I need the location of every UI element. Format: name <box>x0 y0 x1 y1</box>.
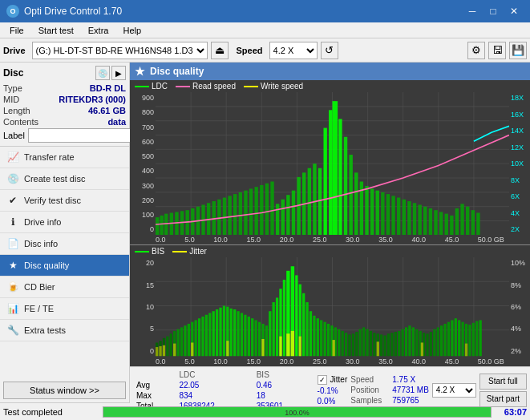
sidebar-item-drive-info[interactable]: ℹ Drive info <box>0 212 129 233</box>
verify-test-disc-icon: ✔ <box>6 194 19 207</box>
contents-value: data <box>107 117 126 127</box>
svg-rect-31 <box>223 198 226 236</box>
start-part-button[interactable]: Start part <box>479 391 527 407</box>
close-button[interactable]: ✕ <box>504 3 524 19</box>
svg-rect-43 <box>286 195 289 235</box>
svg-rect-189 <box>226 341 229 357</box>
sidebar-item-cd-bier[interactable]: 🍺 CD Bier <box>0 277 129 298</box>
svg-rect-78 <box>471 210 475 235</box>
sidebar-item-extra-tests[interactable]: 🔧 Extra tests <box>0 320 129 341</box>
svg-rect-71 <box>434 210 437 235</box>
svg-rect-158 <box>390 333 393 357</box>
disc-quality-icon: ★ <box>6 259 19 272</box>
svg-rect-177 <box>458 321 460 357</box>
maximize-button[interactable]: □ <box>483 3 503 19</box>
sidebar-item-verify-test-disc[interactable]: ✔ Verify test disc <box>0 190 129 212</box>
svg-rect-123 <box>265 326 268 357</box>
jitter-avg-row: -0.1% <box>318 386 348 395</box>
speed-position-section: Speed 1.75 X Position 47731 MB Samples 7… <box>350 370 429 411</box>
svg-rect-56 <box>354 172 358 235</box>
avg-ldc: 22.05 <box>176 380 253 390</box>
position-row: Position 47731 MB <box>350 386 429 394</box>
svg-rect-153 <box>373 333 375 357</box>
type-label: Type <box>3 83 22 93</box>
refresh-button[interactable]: ↺ <box>321 42 338 59</box>
svg-rect-73 <box>445 214 448 236</box>
svg-rect-74 <box>450 216 453 236</box>
bottom-chart-wrapper: 20 15 10 5 0 <box>130 257 530 356</box>
svg-rect-33 <box>233 194 237 235</box>
save-button[interactable]: 💾 <box>509 42 527 59</box>
svg-rect-111 <box>223 306 225 357</box>
svg-rect-109 <box>216 309 218 356</box>
eject-button[interactable]: ⏏ <box>211 42 229 59</box>
progress-text: 100.0% <box>103 407 491 418</box>
svg-rect-105 <box>201 317 204 356</box>
main-layout: Disc 💿 ▶ Type BD-R DL MID RITEKDR3 (000)… <box>0 63 530 402</box>
write-speed-legend-color <box>244 86 258 87</box>
svg-rect-119 <box>251 319 253 357</box>
drive-select[interactable]: (G:) HL-DT-ST BD-RE WH16NS48 1.D3 <box>32 42 208 59</box>
sidebar-item-transfer-rate[interactable]: 📈 Transfer rate <box>0 147 129 168</box>
top-y-axis: 900 800 700 600 500 400 300 200 100 0 <box>130 92 156 235</box>
bis-legend-label: BIS <box>152 247 164 256</box>
top-y-axis-right: 18X 16X 14X 12X 10X 8X 6X 4X 2X <box>509 92 530 235</box>
svg-rect-99 <box>180 328 183 357</box>
stats-max-row: Max 834 18 <box>133 390 314 401</box>
menu-help[interactable]: Help <box>116 24 148 37</box>
position-label: Position <box>350 386 389 394</box>
label-text: Label <box>3 131 25 140</box>
svg-rect-173 <box>443 324 446 356</box>
jitter-label: Jitter <box>330 375 348 384</box>
title-bar-left: O Opti Drive Control 1.70 <box>6 5 122 18</box>
sidebar-item-create-test-disc[interactable]: 💿 Create test disc <box>0 168 129 190</box>
sidebar-item-disc-info[interactable]: 📄 Disc info <box>0 233 129 255</box>
ldc-legend-label: LDC <box>152 82 168 91</box>
svg-rect-182 <box>475 321 478 357</box>
read-speed-legend-label: Read speed <box>192 82 236 91</box>
sidebar-label-disc-info: Disc info <box>24 239 58 248</box>
svg-rect-174 <box>447 322 450 357</box>
svg-rect-169 <box>430 332 432 356</box>
jitter-max: 0.0% <box>318 397 336 406</box>
action-speed-container: 4.2 X <box>432 370 476 411</box>
svg-rect-42 <box>281 200 285 236</box>
svg-rect-44 <box>292 191 295 236</box>
burn-button[interactable]: 🖫 <box>488 42 506 59</box>
ldc-legend-color <box>135 86 149 87</box>
minimize-button[interactable]: ─ <box>463 3 482 19</box>
svg-rect-186 <box>163 345 165 356</box>
menu-file[interactable]: File <box>3 24 30 37</box>
svg-rect-168 <box>426 334 428 357</box>
start-full-button[interactable]: Start full <box>479 374 527 390</box>
menu-start-test[interactable]: Start test <box>32 24 80 37</box>
disc-info-button2[interactable]: ▶ <box>111 66 126 80</box>
svg-rect-49 <box>318 168 322 236</box>
disc-icon-button[interactable]: 💿 <box>95 66 110 80</box>
svg-rect-134 <box>305 302 308 356</box>
menu-extra[interactable]: Extra <box>82 24 115 37</box>
speed-label: Speed <box>237 46 263 55</box>
settings-button[interactable]: ⚙ <box>467 42 485 59</box>
action-speed-select[interactable]: 4.2 X <box>432 383 476 398</box>
svg-rect-72 <box>439 212 443 235</box>
jitter-checkbox[interactable]: ✓ <box>318 375 327 385</box>
svg-rect-39 <box>265 184 269 236</box>
svg-rect-164 <box>412 328 415 357</box>
sidebar-item-fe-te[interactable]: 📊 FE / TE <box>0 298 129 320</box>
svg-rect-38 <box>260 185 263 235</box>
svg-rect-51 <box>329 110 332 235</box>
speed-select[interactable]: 4.2 X <box>269 42 318 59</box>
max-ldc: 834 <box>176 390 253 401</box>
sidebar-label-extra-tests: Extra tests <box>24 325 66 335</box>
charts-container: LDC Read speed Write speed 900 800 <box>130 80 530 366</box>
svg-rect-149 <box>359 329 362 357</box>
svg-rect-176 <box>455 319 457 357</box>
chart-header: ★ Disc quality <box>130 63 530 80</box>
sidebar-item-disc-quality[interactable]: ★ Disc quality <box>0 255 129 277</box>
bis-header: BIS <box>253 370 314 380</box>
svg-rect-147 <box>352 334 354 357</box>
label-input[interactable] <box>28 128 135 143</box>
status-window-button[interactable]: Status window >> <box>3 382 126 399</box>
svg-rect-137 <box>317 319 319 357</box>
